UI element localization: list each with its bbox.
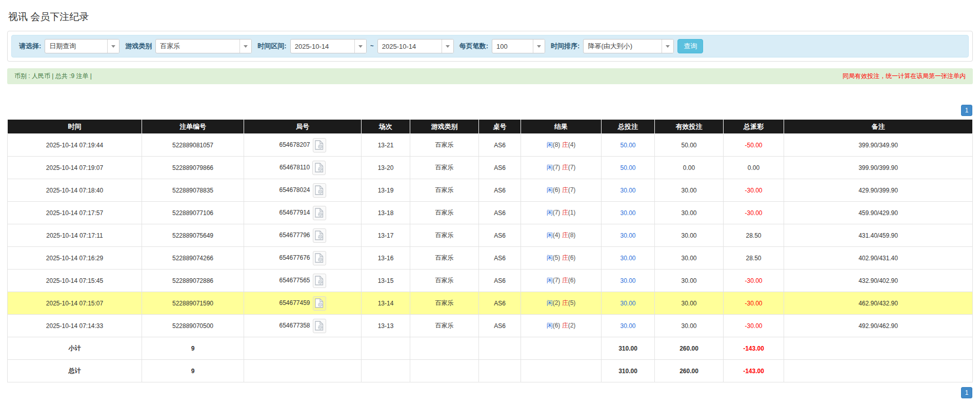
header-bet-id: 注单编号 (142, 120, 244, 134)
cell-game-type: 百家乐 (410, 224, 479, 247)
result-banker: 庄 (562, 164, 568, 171)
video-record-icon[interactable] (313, 274, 326, 288)
cell-game-type: 百家乐 (410, 134, 479, 157)
cell-payout: 28.50 (724, 224, 784, 247)
cell-remark: 429.90/399.90 (784, 179, 973, 202)
cell-bet-id: 522889075649 (142, 224, 244, 247)
page-size-value[interactable] (492, 40, 533, 53)
cell-time: 2025-10-14 07:18:40 (8, 179, 142, 202)
table-row: 2025-10-14 07:14:33 522889070500 6546773… (8, 315, 973, 337)
date-from-value[interactable] (291, 40, 354, 53)
cell-result: 闲(2) 庄(5) (521, 292, 602, 315)
result-player-score: (5) (553, 254, 561, 261)
cell-game-type: 百家乐 (410, 315, 479, 337)
chevron-down-icon[interactable] (662, 40, 673, 53)
video-record-icon[interactable] (313, 183, 326, 198)
cell-payout: -30.00 (724, 179, 784, 202)
cell-game-type: 百家乐 (410, 202, 479, 224)
cell-game-type: 百家乐 (410, 247, 479, 270)
date-query-value[interactable] (45, 40, 107, 53)
chevron-down-icon[interactable] (107, 40, 119, 53)
cell-round: 654677914 (244, 202, 362, 224)
result-player: 闲 (547, 322, 553, 329)
video-record-icon[interactable] (313, 138, 326, 152)
pagination-bottom: 1 (7, 387, 972, 398)
total-total-bet: 310.00 (602, 360, 655, 382)
video-record-icon[interactable] (313, 319, 326, 333)
cell-total-bet-link[interactable]: 30.00 (602, 224, 655, 247)
sort-select[interactable] (583, 39, 674, 53)
cell-total-bet-link[interactable]: 30.00 (602, 202, 655, 224)
cell-time: 2025-10-14 07:15:45 (8, 270, 142, 292)
cell-payout: 28.50 (724, 247, 784, 270)
currency-summary-text: 币别 : 人民币 | 总共 :9 注单 | (14, 72, 92, 81)
subtotal-valid-bet: 260.00 (655, 337, 724, 360)
cell-remark: 459.90/429.90 (784, 202, 973, 224)
cell-round: 654678024 (244, 179, 362, 202)
cell-table-no: AS6 (479, 292, 521, 315)
cell-result: 闲(4) 庄(8) (521, 224, 602, 247)
cell-session: 13-18 (362, 202, 410, 224)
cell-total-bet-link[interactable]: 50.00 (602, 157, 655, 179)
cell-total-bet-link[interactable]: 50.00 (602, 134, 655, 157)
game-type-select[interactable] (155, 39, 252, 53)
cell-result: 闲(7) 庄(6) (521, 270, 602, 292)
result-banker: 庄 (562, 322, 568, 329)
result-banker-score: (2) (568, 322, 576, 329)
round-number: 654677914 (279, 209, 310, 216)
query-button[interactable]: 查询 (677, 39, 703, 53)
round-number: 654677676 (279, 254, 310, 261)
cell-total-bet-link[interactable]: 30.00 (602, 292, 655, 315)
table-row: 2025-10-14 07:17:57 522889077106 6546779… (8, 202, 973, 224)
date-to-value[interactable] (378, 40, 442, 53)
info-bar: 币别 : 人民币 | 总共 :9 注单 | 同局有效投注，统一计算在该局第一张注… (7, 68, 973, 84)
result-banker: 庄 (562, 209, 568, 216)
video-record-icon[interactable] (312, 161, 326, 175)
video-record-icon[interactable] (313, 228, 326, 243)
date-to-select[interactable] (377, 39, 454, 53)
chevron-down-icon[interactable] (354, 40, 366, 53)
cell-total-bet-link[interactable]: 30.00 (602, 270, 655, 292)
result-player: 闲 (547, 141, 553, 148)
result-banker-score: (4) (568, 141, 576, 148)
game-type-value[interactable] (156, 40, 239, 53)
cell-total-bet-link[interactable]: 30.00 (602, 315, 655, 337)
subtotal-payout: -143.00 (724, 337, 784, 360)
cell-total-bet-link[interactable]: 30.00 (602, 179, 655, 202)
video-record-icon[interactable] (313, 296, 326, 311)
cell-payout: -30.00 (724, 292, 784, 315)
header-round: 局号 (244, 120, 362, 134)
result-player-score: (7) (553, 164, 561, 171)
header-remark: 备注 (784, 120, 973, 134)
subtotal-row: 小计 9 310.00 260.00 -143.00 (8, 337, 973, 360)
page-button-1[interactable]: 1 (961, 387, 972, 398)
date-query-select[interactable] (45, 39, 119, 53)
sort-value[interactable] (584, 40, 662, 53)
cell-result: 闲(6) 庄(7) (521, 179, 602, 202)
total-valid-bet: 260.00 (655, 360, 724, 382)
cell-round: 654677676 (244, 247, 362, 270)
cell-round: 654677565 (244, 270, 362, 292)
result-player-score: (7) (553, 277, 561, 284)
video-record-icon[interactable] (313, 251, 326, 265)
cell-bet-id: 522889070500 (142, 315, 244, 337)
cell-total-bet-link[interactable]: 30.00 (602, 247, 655, 270)
date-from-select[interactable] (290, 39, 367, 53)
round-number: 654678110 (279, 164, 310, 171)
cell-round: 654678207 (244, 134, 362, 157)
cell-round: 654677796 (244, 224, 362, 247)
chevron-down-icon[interactable] (533, 40, 545, 53)
result-banker-score: (7) (568, 186, 576, 194)
chevron-down-icon[interactable] (442, 40, 453, 53)
cell-game-type: 百家乐 (410, 179, 479, 202)
total-payout: -143.00 (724, 360, 784, 382)
result-banker-score: (6) (568, 277, 576, 284)
chevron-down-icon[interactable] (239, 40, 251, 53)
cell-game-type: 百家乐 (410, 292, 479, 315)
cell-payout: -30.00 (724, 270, 784, 292)
cell-time: 2025-10-14 07:19:07 (8, 157, 142, 179)
page-button-1[interactable]: 1 (961, 105, 972, 116)
video-record-icon[interactable] (313, 206, 326, 220)
page-size-select[interactable] (492, 39, 545, 53)
table-row: 2025-10-14 07:15:07 522889071590 6546774… (8, 292, 973, 315)
